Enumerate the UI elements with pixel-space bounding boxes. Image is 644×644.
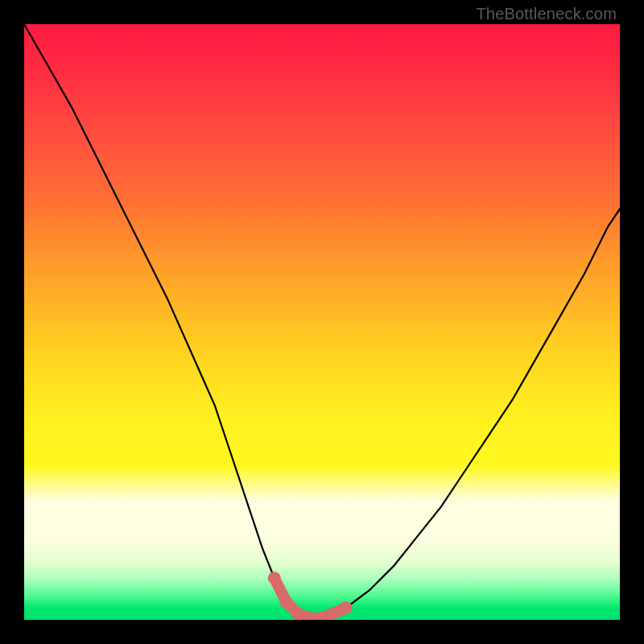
highlight-dot (268, 572, 281, 584)
bottleneck-curve-line (24, 24, 620, 618)
watermark-text: TheBottleneck.com (476, 5, 617, 23)
highlight-dot (340, 601, 353, 614)
highlight-dot (291, 608, 304, 620)
chart-svg (24, 24, 620, 620)
highlight-dot (280, 596, 293, 609)
plot-area (24, 24, 620, 620)
